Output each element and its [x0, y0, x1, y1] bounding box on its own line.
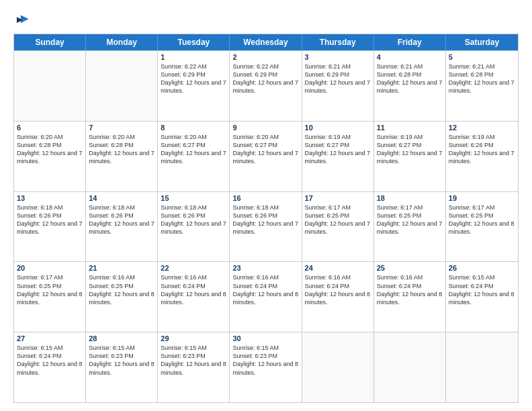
calendar-header: SundayMondayTuesdayWednesdayThursdayFrid…	[14, 34, 518, 50]
cell-text: Sunrise: 6:17 AM Sunset: 6:25 PM Dayligh…	[17, 273, 83, 306]
cal-cell: 25Sunrise: 6:16 AM Sunset: 6:24 PM Dayli…	[374, 262, 446, 332]
cal-cell	[14, 51, 86, 121]
day-number: 28	[89, 334, 154, 342]
cal-cell: 30Sunrise: 6:15 AM Sunset: 6:23 PM Dayli…	[230, 332, 302, 402]
cal-cell: 2Sunrise: 6:22 AM Sunset: 6:29 PM Daylig…	[230, 51, 302, 121]
header-day-tuesday: Tuesday	[158, 34, 230, 50]
svg-marker-0	[21, 15, 29, 23]
cal-cell	[446, 332, 518, 402]
page: SundayMondayTuesdayWednesdayThursdayFrid…	[0, 0, 532, 411]
cell-text: Sunrise: 6:17 AM Sunset: 6:25 PM Dayligh…	[449, 203, 515, 236]
cal-cell: 7Sunrise: 6:20 AM Sunset: 6:28 PM Daylig…	[86, 122, 158, 191]
cal-row-1: 6Sunrise: 6:20 AM Sunset: 6:28 PM Daylig…	[14, 121, 518, 191]
day-number: 18	[377, 194, 443, 202]
day-number: 14	[89, 194, 154, 202]
cal-cell	[86, 51, 158, 121]
cell-text: Sunrise: 6:17 AM Sunset: 6:25 PM Dayligh…	[377, 203, 443, 236]
cell-text: Sunrise: 6:21 AM Sunset: 6:28 PM Dayligh…	[377, 62, 443, 95]
cal-cell: 1Sunrise: 6:22 AM Sunset: 6:29 PM Daylig…	[158, 51, 230, 121]
cal-cell: 14Sunrise: 6:18 AM Sunset: 6:26 PM Dayli…	[86, 192, 158, 262]
cal-cell: 12Sunrise: 6:19 AM Sunset: 6:26 PM Dayli…	[446, 122, 518, 191]
cell-text: Sunrise: 6:15 AM Sunset: 6:23 PM Dayligh…	[161, 344, 226, 377]
cell-text: Sunrise: 6:18 AM Sunset: 6:26 PM Dayligh…	[161, 203, 226, 236]
day-number: 29	[161, 334, 226, 342]
day-number: 17	[305, 194, 371, 202]
cell-text: Sunrise: 6:21 AM Sunset: 6:29 PM Dayligh…	[305, 62, 371, 95]
cal-cell: 20Sunrise: 6:17 AM Sunset: 6:25 PM Dayli…	[14, 262, 86, 332]
day-number: 6	[17, 124, 83, 132]
day-number: 22	[161, 264, 226, 272]
cal-row-0: 1Sunrise: 6:22 AM Sunset: 6:29 PM Daylig…	[14, 50, 518, 121]
day-number: 9	[232, 124, 298, 132]
day-number: 2	[232, 53, 298, 61]
day-number: 16	[232, 194, 298, 202]
day-number: 7	[89, 124, 154, 132]
cal-row-3: 20Sunrise: 6:17 AM Sunset: 6:25 PM Dayli…	[14, 261, 518, 332]
cell-text: Sunrise: 6:16 AM Sunset: 6:24 PM Dayligh…	[377, 273, 443, 306]
cell-text: Sunrise: 6:16 AM Sunset: 6:25 PM Dayligh…	[89, 273, 154, 306]
day-number: 8	[161, 124, 226, 132]
day-number: 19	[449, 194, 515, 202]
day-number: 10	[305, 124, 371, 132]
header-day-monday: Monday	[86, 34, 158, 50]
header-day-wednesday: Wednesday	[230, 34, 302, 50]
cal-row-4: 27Sunrise: 6:15 AM Sunset: 6:24 PM Dayli…	[14, 332, 518, 402]
cell-text: Sunrise: 6:21 AM Sunset: 6:28 PM Dayligh…	[449, 62, 515, 95]
cell-text: Sunrise: 6:18 AM Sunset: 6:26 PM Dayligh…	[17, 203, 83, 236]
cal-cell: 19Sunrise: 6:17 AM Sunset: 6:25 PM Dayli…	[446, 192, 518, 262]
cell-text: Sunrise: 6:15 AM Sunset: 6:23 PM Dayligh…	[89, 344, 154, 377]
cal-cell: 23Sunrise: 6:16 AM Sunset: 6:24 PM Dayli…	[230, 262, 302, 332]
cal-cell: 17Sunrise: 6:17 AM Sunset: 6:25 PM Dayli…	[302, 192, 374, 262]
cal-cell: 18Sunrise: 6:17 AM Sunset: 6:25 PM Dayli…	[374, 192, 446, 262]
calendar-body: 1Sunrise: 6:22 AM Sunset: 6:29 PM Daylig…	[14, 50, 518, 402]
cal-cell	[302, 332, 374, 402]
cal-cell: 10Sunrise: 6:19 AM Sunset: 6:27 PM Dayli…	[302, 122, 374, 191]
day-number: 30	[232, 334, 298, 342]
cal-cell: 16Sunrise: 6:18 AM Sunset: 6:26 PM Dayli…	[230, 192, 302, 262]
day-number: 12	[449, 124, 515, 132]
day-number: 25	[377, 264, 443, 272]
cell-text: Sunrise: 6:22 AM Sunset: 6:29 PM Dayligh…	[161, 62, 226, 95]
cal-cell: 8Sunrise: 6:20 AM Sunset: 6:27 PM Daylig…	[158, 122, 230, 191]
day-number: 23	[232, 264, 298, 272]
cal-cell: 9Sunrise: 6:20 AM Sunset: 6:27 PM Daylig…	[230, 122, 302, 191]
cal-cell: 13Sunrise: 6:18 AM Sunset: 6:26 PM Dayli…	[14, 192, 86, 262]
cell-text: Sunrise: 6:15 AM Sunset: 6:24 PM Dayligh…	[17, 344, 83, 377]
cell-text: Sunrise: 6:22 AM Sunset: 6:29 PM Dayligh…	[232, 62, 298, 95]
day-number: 1	[161, 53, 226, 61]
day-number: 15	[161, 194, 226, 202]
cell-text: Sunrise: 6:19 AM Sunset: 6:26 PM Dayligh…	[449, 133, 515, 166]
day-number: 21	[89, 264, 154, 272]
cell-text: Sunrise: 6:18 AM Sunset: 6:26 PM Dayligh…	[89, 203, 154, 236]
cal-cell: 26Sunrise: 6:15 AM Sunset: 6:24 PM Dayli…	[446, 262, 518, 332]
day-number: 4	[377, 53, 443, 61]
cal-row-2: 13Sunrise: 6:18 AM Sunset: 6:26 PM Dayli…	[14, 191, 518, 262]
cell-text: Sunrise: 6:20 AM Sunset: 6:27 PM Dayligh…	[232, 133, 298, 166]
day-number: 26	[449, 264, 515, 272]
cal-cell: 5Sunrise: 6:21 AM Sunset: 6:28 PM Daylig…	[446, 51, 518, 121]
cal-cell: 22Sunrise: 6:16 AM Sunset: 6:24 PM Dayli…	[158, 262, 230, 332]
header-day-sunday: Sunday	[14, 34, 86, 50]
cal-cell: 11Sunrise: 6:19 AM Sunset: 6:27 PM Dayli…	[374, 122, 446, 191]
cal-cell: 28Sunrise: 6:15 AM Sunset: 6:23 PM Dayli…	[86, 332, 158, 402]
cal-cell: 3Sunrise: 6:21 AM Sunset: 6:29 PM Daylig…	[302, 51, 374, 121]
cell-text: Sunrise: 6:16 AM Sunset: 6:24 PM Dayligh…	[305, 273, 371, 306]
day-number: 5	[449, 53, 515, 61]
day-number: 13	[17, 194, 83, 202]
cal-cell: 15Sunrise: 6:18 AM Sunset: 6:26 PM Dayli…	[158, 192, 230, 262]
cell-text: Sunrise: 6:16 AM Sunset: 6:24 PM Dayligh…	[161, 273, 226, 306]
cal-cell: 27Sunrise: 6:15 AM Sunset: 6:24 PM Dayli…	[14, 332, 86, 402]
cell-text: Sunrise: 6:15 AM Sunset: 6:23 PM Dayligh…	[232, 344, 298, 377]
header-day-friday: Friday	[374, 34, 446, 50]
cal-cell: 21Sunrise: 6:16 AM Sunset: 6:25 PM Dayli…	[86, 262, 158, 332]
header-day-saturday: Saturday	[446, 34, 518, 50]
cell-text: Sunrise: 6:16 AM Sunset: 6:24 PM Dayligh…	[232, 273, 298, 306]
day-number: 24	[305, 264, 371, 272]
cell-text: Sunrise: 6:17 AM Sunset: 6:25 PM Dayligh…	[305, 203, 371, 236]
logo	[13, 12, 30, 27]
cal-cell: 6Sunrise: 6:20 AM Sunset: 6:28 PM Daylig…	[14, 122, 86, 191]
logo-icon	[15, 12, 30, 27]
day-number: 20	[17, 264, 83, 272]
cell-text: Sunrise: 6:20 AM Sunset: 6:27 PM Dayligh…	[161, 133, 226, 166]
cell-text: Sunrise: 6:19 AM Sunset: 6:27 PM Dayligh…	[305, 133, 371, 166]
